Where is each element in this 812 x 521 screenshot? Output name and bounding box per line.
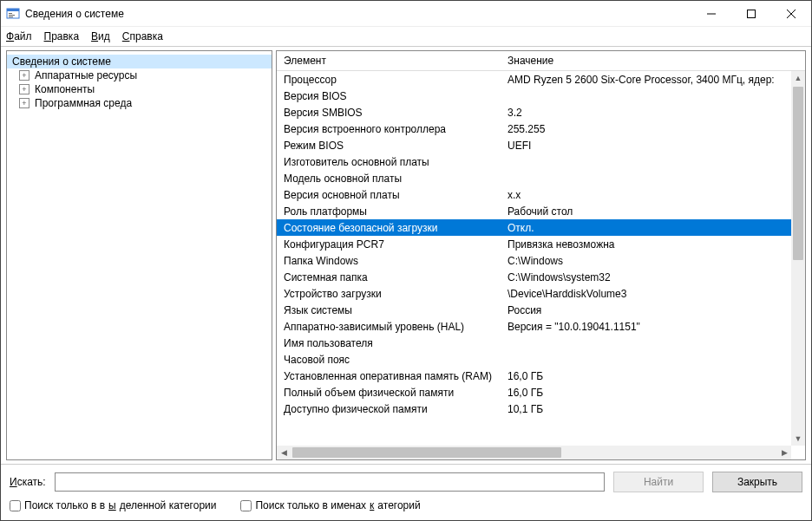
svg-rect-1 bbox=[7, 9, 19, 11]
cell-value: Рабочий стол bbox=[508, 205, 791, 218]
cell-element: Имя пользователя bbox=[284, 337, 508, 349]
list-row[interactable]: ПроцессорAMD Ryzen 5 2600 Six-Core Proce… bbox=[277, 71, 791, 88]
column-element[interactable]: Элемент bbox=[284, 55, 508, 67]
cell-element: Доступно физической памяти bbox=[284, 403, 508, 415]
cell-value: 16,0 ГБ bbox=[508, 370, 791, 382]
list-row[interactable]: Роль платформыРабочий стол bbox=[277, 203, 791, 219]
titlebar: Сведения о системе bbox=[1, 1, 811, 27]
cell-value: UEFI bbox=[508, 140, 791, 152]
tree-panel[interactable]: Сведения о системе +Аппаратные ресурсы+К… bbox=[6, 50, 272, 460]
check-selected-category-box[interactable] bbox=[10, 500, 21, 511]
tree-item[interactable]: +Программная среда bbox=[7, 96, 272, 110]
menu-edit[interactable]: Правка bbox=[44, 30, 80, 42]
list-row[interactable]: Состояние безопасной загрузкиОткл. bbox=[277, 219, 791, 236]
close-panel-button[interactable]: Закрыть bbox=[712, 472, 802, 492]
cell-element: Версия основной платы bbox=[284, 189, 508, 201]
list-row[interactable]: Доступно физической памяти10,1 ГБ bbox=[277, 401, 791, 417]
vertical-scrollbar[interactable]: ▲ ▼ bbox=[791, 71, 805, 446]
cell-value bbox=[508, 156, 791, 168]
scroll-down-icon[interactable]: ▼ bbox=[791, 432, 805, 446]
content: Сведения о системе +Аппаратные ресурсы+К… bbox=[1, 46, 811, 464]
maximize-button[interactable] bbox=[731, 1, 771, 27]
check-category-names[interactable]: Поиск только в именах категорий bbox=[240, 499, 420, 511]
cell-element: Установленная оперативная память (RAM) bbox=[284, 370, 508, 382]
expand-icon[interactable]: + bbox=[19, 70, 29, 81]
scroll-right-icon[interactable]: ▶ bbox=[777, 446, 791, 459]
tree-item-label: Аппаратные ресурсы bbox=[35, 69, 137, 81]
horizontal-scrollbar[interactable]: ◀ ▶ bbox=[277, 446, 791, 459]
list-row[interactable]: Установленная оперативная память (RAM)16… bbox=[277, 368, 791, 384]
cell-value: Привязка невозможна bbox=[508, 238, 791, 251]
list-row[interactable]: Конфигурация PCR7Привязка невозможна bbox=[277, 236, 791, 252]
expand-icon[interactable]: + bbox=[19, 84, 29, 94]
window-controls bbox=[691, 1, 811, 27]
cell-value: C:\Windows\system32 bbox=[508, 271, 791, 283]
search-row: Искать: Найти Закрыть bbox=[10, 472, 802, 492]
scroll-up-icon[interactable]: ▲ bbox=[791, 71, 805, 85]
search-options: Поиск только в выделенной категории Поис… bbox=[10, 499, 802, 511]
check-category-names-box[interactable] bbox=[240, 500, 252, 511]
cell-element: Версия BIOS bbox=[284, 90, 508, 102]
cell-element: Версия встроенного контроллера bbox=[284, 123, 508, 135]
list-row[interactable]: Версия основной платыx.x bbox=[277, 186, 791, 203]
expand-icon[interactable]: + bbox=[19, 98, 29, 108]
cell-element: Состояние безопасной загрузки bbox=[284, 222, 508, 234]
check-selected-category[interactable]: Поиск только в выделенной категории bbox=[10, 499, 216, 511]
list-row[interactable]: Режим BIOSUEFI bbox=[277, 137, 791, 153]
list-row[interactable]: Часовой пояс bbox=[277, 351, 791, 368]
list-row[interactable]: Версия SMBIOS3.2 bbox=[277, 104, 791, 120]
cell-element: Конфигурация PCR7 bbox=[284, 238, 508, 251]
list-row[interactable]: Модель основной платы bbox=[277, 170, 791, 186]
list-row[interactable]: Папка WindowsC:\Windows bbox=[277, 252, 791, 269]
list-panel: Элемент Значение ПроцессорAMD Ryzen 5 26… bbox=[276, 50, 806, 460]
menubar: Файл Правка Вид Справка bbox=[1, 27, 811, 46]
menu-help[interactable]: Справка bbox=[122, 30, 163, 42]
find-button[interactable]: Найти bbox=[613, 472, 704, 492]
tree-root[interactable]: Сведения о системе bbox=[7, 55, 272, 68]
cell-value: 3.2 bbox=[508, 107, 791, 119]
list-row[interactable]: Язык системыРоссия bbox=[277, 302, 791, 318]
cell-value bbox=[508, 90, 791, 102]
cell-value: C:\Windows bbox=[508, 255, 791, 267]
search-input[interactable] bbox=[55, 472, 605, 492]
list-row[interactable]: Системная папкаC:\Windows\system32 bbox=[277, 269, 791, 285]
cell-element: Папка Windows bbox=[284, 255, 508, 267]
cell-value: Россия bbox=[508, 304, 791, 316]
list-row[interactable]: Версия BIOS bbox=[277, 88, 791, 104]
svg-rect-6 bbox=[748, 10, 756, 17]
list-rows[interactable]: ПроцессорAMD Ryzen 5 2600 Six-Core Proce… bbox=[277, 71, 791, 446]
list-body: ПроцессорAMD Ryzen 5 2600 Six-Core Proce… bbox=[277, 71, 805, 459]
cell-value: 10,1 ГБ bbox=[508, 403, 791, 415]
list-row[interactable]: Версия встроенного контроллера255.255 bbox=[277, 120, 791, 137]
window-title: Сведения о системе bbox=[25, 8, 691, 20]
list-row[interactable]: Полный объем физической памяти16,0 ГБ bbox=[277, 384, 791, 401]
window: Сведения о системе Файл Правка Вид Справ… bbox=[0, 0, 812, 521]
cell-element: Версия SMBIOS bbox=[284, 107, 508, 119]
list-row[interactable]: Имя пользователя bbox=[277, 335, 791, 351]
tree-item[interactable]: +Аппаратные ресурсы bbox=[7, 68, 272, 82]
list-row[interactable]: Аппаратно-зависимый уровень (HAL)Версия … bbox=[277, 318, 791, 335]
menu-file[interactable]: Файл bbox=[6, 30, 32, 42]
minimize-button[interactable] bbox=[691, 1, 731, 27]
column-value[interactable]: Значение bbox=[508, 55, 805, 67]
menu-view[interactable]: Вид bbox=[91, 30, 110, 42]
list-header[interactable]: Элемент Значение bbox=[277, 51, 805, 71]
cell-element: Полный объем физической памяти bbox=[284, 387, 508, 399]
cell-element: Процессор bbox=[284, 74, 508, 86]
tree-root-label: Сведения о системе bbox=[12, 55, 111, 68]
scroll-left-icon[interactable]: ◀ bbox=[277, 446, 291, 459]
tree-item[interactable]: +Компоненты bbox=[7, 82, 272, 96]
cell-element: Изготовитель основной платы bbox=[284, 156, 508, 168]
cell-element: Аппаратно-зависимый уровень (HAL) bbox=[284, 321, 508, 333]
cell-value: x.x bbox=[508, 189, 791, 201]
close-button[interactable] bbox=[771, 1, 811, 27]
cell-element: Язык системы bbox=[284, 304, 508, 316]
vscroll-thumb[interactable] bbox=[793, 87, 803, 260]
search-label: Искать: bbox=[10, 476, 46, 488]
cell-element: Системная папка bbox=[284, 271, 508, 283]
hscroll-thumb[interactable] bbox=[292, 447, 561, 458]
list-row[interactable]: Устройство загрузки\Device\HarddiskVolum… bbox=[277, 285, 791, 302]
list-row[interactable]: Изготовитель основной платы bbox=[277, 153, 791, 170]
cell-element: Режим BIOS bbox=[284, 140, 508, 152]
cell-value bbox=[508, 173, 791, 185]
